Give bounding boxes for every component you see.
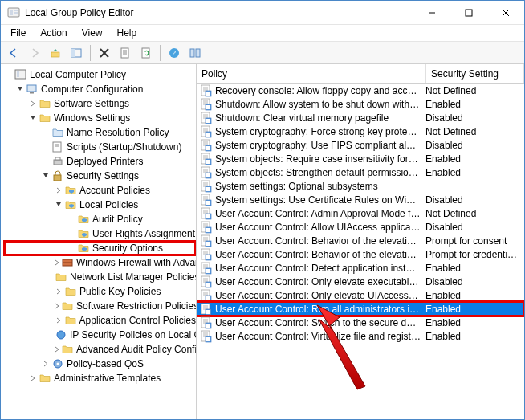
help-button[interactable]: ?	[165, 43, 184, 63]
forward-button[interactable]	[25, 43, 44, 63]
tree-windows-settings[interactable]: Windows Settings	[4, 111, 196, 125]
refresh-button[interactable]	[136, 43, 156, 63]
tree-software-settings[interactable]: Software Settings	[4, 96, 196, 111]
policy-row[interactable]: Shutdown: Allow system to be shut down w…	[197, 97, 524, 111]
tree-windows-firewall[interactable]: Windows Firewall with Advanced Security	[4, 255, 196, 270]
chevron-right-icon[interactable]	[28, 373, 38, 383]
chevron-right-icon[interactable]	[41, 359, 51, 369]
policy-row[interactable]: System settings: Optional subsystems	[197, 179, 524, 193]
properties-button[interactable]	[116, 43, 135, 63]
policy-row[interactable]: System cryptography: Use FIPS compliant …	[197, 138, 524, 152]
chevron-right-icon[interactable]	[54, 186, 63, 195]
tree-label: Local Computer Policy	[30, 69, 126, 80]
folder-icon	[77, 242, 90, 255]
tree-app-control[interactable]: Application Control Policies	[4, 313, 196, 328]
tree-deployed-printers[interactable]: Deployed Printers	[4, 154, 196, 169]
menu-view[interactable]: View	[75, 26, 109, 40]
svg-rect-8	[51, 52, 59, 57]
policy-row[interactable]: User Account Control: Virtualize file an…	[197, 329, 524, 343]
tree-audit-policy[interactable]: Audit Policy	[4, 212, 196, 226]
chevron-down-icon[interactable]	[4, 70, 14, 80]
tree-software-restriction[interactable]: Software Restriction Policies	[4, 299, 196, 313]
chevron-right-icon[interactable]	[54, 301, 60, 311]
policy-row[interactable]: User Account Control: Only elevate execu…	[197, 275, 524, 288]
tree-label: Scripts (Startup/Shutdown)	[67, 141, 181, 153]
policy-row[interactable]: User Account Control: Detect application…	[197, 261, 524, 275]
close-button[interactable]	[487, 1, 524, 25]
chevron-right-icon[interactable]	[28, 99, 38, 108]
policy-setting: Enabled	[425, 263, 524, 274]
tree-admin-templates[interactable]: Administrative Templates	[4, 371, 196, 385]
column-header-policy[interactable]: Policy	[197, 64, 426, 83]
svg-point-36	[57, 363, 59, 365]
tree-public-key[interactable]: Public Key Policies	[4, 284, 196, 299]
svg-rect-23	[17, 71, 19, 77]
policy-row[interactable]: User Account Control: Run all administra…	[197, 302, 524, 316]
menu-action[interactable]: Action	[34, 26, 73, 40]
filter-button[interactable]	[185, 43, 205, 63]
policy-row[interactable]: System settings: Use Certificate Rules o…	[197, 193, 524, 206]
tree-label: Name Resolution Policy	[67, 127, 169, 138]
svg-rect-54	[206, 119, 210, 123]
back-button[interactable]	[4, 43, 23, 63]
spacer	[41, 157, 51, 166]
policy-row[interactable]: System cryptography: Force strong key pr…	[197, 124, 524, 138]
tree-security-settings[interactable]: Security Settings	[4, 169, 196, 183]
policy-row[interactable]: System objects: Strengthen default permi…	[197, 165, 524, 179]
policy-setting: Not Defined	[425, 126, 524, 137]
chevron-right-icon[interactable]	[54, 258, 60, 267]
chevron-right-icon[interactable]	[54, 316, 63, 325]
tree-ip-security[interactable]: IP Security Policies on Local Computer	[4, 328, 196, 342]
policy-name: User Account Control: Virtualize file an…	[215, 331, 425, 342]
policy-item-icon	[200, 112, 213, 124]
policy-row[interactable]: User Account Control: Switch to the secu…	[197, 316, 524, 329]
tree-local-policies[interactable]: Local Policies	[4, 198, 196, 212]
policy-row[interactable]: System objects: Require case insensitivi…	[197, 152, 524, 165]
tree-account-policies[interactable]: Account Policies	[4, 183, 196, 198]
policy-item-icon	[200, 289, 213, 302]
policy-row[interactable]: User Account Control: Behavior of the el…	[197, 234, 524, 247]
tree-user-rights[interactable]: User Rights Assignment	[4, 226, 196, 241]
tree-advanced-audit[interactable]: Advanced Audit Policy Configuration	[4, 342, 196, 357]
chevron-right-icon[interactable]	[54, 345, 60, 354]
policy-item-icon	[200, 180, 213, 193]
policy-row[interactable]: User Account Control: Allow UIAccess app…	[197, 220, 524, 234]
folder-icon	[64, 314, 77, 327]
folder-icon	[61, 343, 74, 356]
tree-label: Software Restriction Policies	[76, 300, 197, 312]
chevron-down-icon[interactable]	[28, 113, 38, 123]
folder-icon	[64, 184, 77, 197]
tree-label: Administrative Templates	[54, 373, 161, 384]
menu-file[interactable]: File	[4, 26, 32, 40]
chevron-down-icon[interactable]	[41, 171, 51, 181]
tree-computer-config[interactable]: Computer Configuration	[4, 82, 196, 96]
list-body[interactable]: Recovery console: Allow floppy copy and …	[197, 84, 524, 419]
tree-policy-qos[interactable]: Policy-based QoS	[4, 357, 196, 371]
up-button[interactable]	[46, 43, 65, 63]
tree-security-options[interactable]: Security Options	[4, 241, 196, 255]
menu-help[interactable]: Help	[111, 26, 144, 40]
show-hide-tree-button[interactable]	[67, 43, 86, 63]
svg-rect-96	[206, 214, 210, 218]
tree-name-resolution[interactable]: Name Resolution Policy	[4, 125, 196, 140]
policy-row[interactable]: Recovery console: Allow floppy copy and …	[197, 84, 524, 97]
list-header: Policy Security Setting	[197, 64, 524, 84]
svg-rect-114	[206, 255, 210, 259]
policy-row[interactable]: User Account Control: Behavior of the el…	[197, 247, 524, 261]
chevron-right-icon[interactable]	[54, 287, 63, 296]
tree-pane: Local Computer Policy Computer Configura…	[1, 64, 197, 419]
maximize-button[interactable]	[450, 1, 487, 25]
svg-rect-78	[206, 173, 210, 177]
minimize-button[interactable]	[413, 1, 450, 25]
policy-item-icon	[200, 248, 213, 261]
column-header-setting[interactable]: Security Setting	[426, 64, 524, 83]
tree-network-list[interactable]: Network List Manager Policies	[4, 270, 196, 284]
chevron-down-icon[interactable]	[54, 200, 63, 210]
policy-row[interactable]: User Account Control: Only elevate UIAcc…	[197, 288, 524, 302]
delete-button[interactable]	[95, 43, 114, 63]
tree-root[interactable]: Local Computer Policy	[4, 67, 196, 82]
chevron-down-icon[interactable]	[15, 84, 25, 94]
tree-scripts[interactable]: Scripts (Startup/Shutdown)	[4, 140, 196, 154]
policy-row[interactable]: User Account Control: Admin Approval Mod…	[197, 206, 524, 220]
policy-row[interactable]: Shutdown: Clear virtual memory pagefileD…	[197, 111, 524, 124]
